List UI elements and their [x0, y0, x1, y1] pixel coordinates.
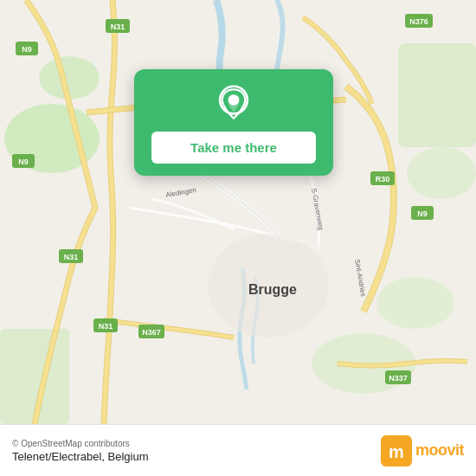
svg-text:Brugge: Brugge	[248, 282, 297, 297]
svg-text:N367: N367	[142, 328, 161, 337]
footer-bar: © OpenStreetMap contributors Telenet/Ele…	[0, 424, 476, 476]
moovit-logo: m moovit	[381, 435, 464, 466]
svg-point-7	[376, 277, 454, 329]
svg-text:N337: N337	[389, 374, 408, 383]
popup-card: Take me there	[134, 69, 333, 176]
svg-text:N9: N9	[417, 209, 428, 218]
svg-rect-3	[398, 43, 476, 147]
svg-text:N376: N376	[409, 17, 428, 26]
svg-point-4	[407, 147, 476, 199]
svg-point-37	[229, 95, 239, 105]
svg-text:N9: N9	[18, 158, 29, 166]
svg-text:N31: N31	[64, 253, 79, 261]
moovit-wordmark: moovit	[415, 441, 464, 460]
map-background: N9 N9 N9 N31 N371 N376 R30 N31 N31 N367 …	[0, 0, 476, 424]
svg-text:R30: R30	[376, 175, 390, 183]
svg-text:N31: N31	[111, 23, 125, 31]
moovit-m-icon: m	[381, 435, 412, 466]
location-pin-icon	[215, 85, 253, 123]
svg-text:N9: N9	[22, 45, 32, 54]
map-container[interactable]: N9 N9 N9 N31 N371 N376 R30 N31 N31 N367 …	[0, 0, 476, 424]
svg-text:m: m	[389, 442, 404, 461]
location-text: Telenet/Electrabel, Belgium	[12, 450, 149, 463]
footer-info: © OpenStreetMap contributors Telenet/Ele…	[12, 439, 149, 463]
svg-text:N31: N31	[99, 322, 113, 331]
copyright-text: © OpenStreetMap contributors	[12, 439, 149, 448]
take-me-there-button[interactable]: Take me there	[151, 132, 316, 164]
